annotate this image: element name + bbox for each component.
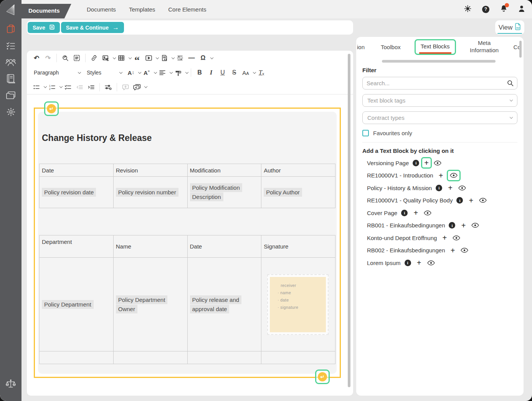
styles-dropdown[interactable]: Styles: [84, 67, 125, 78]
bold-icon[interactable]: B: [194, 67, 205, 78]
add-text-block-button[interactable]: +: [446, 183, 454, 193]
preview-text-block-button[interactable]: [427, 258, 435, 268]
block-quote-icon[interactable]: “: [131, 52, 143, 64]
return-insert-icon[interactable]: ↵: [47, 104, 56, 113]
insert-after-highlight[interactable]: ↵: [315, 370, 330, 384]
nav-templates[interactable]: Templates: [129, 6, 155, 13]
add-text-block-button[interactable]: +: [415, 258, 423, 268]
add-text-block-button[interactable]: +: [459, 220, 467, 230]
notifications-bell-icon[interactable]: [500, 5, 507, 14]
placeholder-chip[interactable]: Policy Modification Description: [190, 183, 242, 201]
tab-text-blocks[interactable]: Text Blocks: [415, 39, 456, 55]
add-text-block-button[interactable]: +: [421, 157, 432, 169]
contract-types-select[interactable]: Contract types: [362, 111, 517, 124]
find-replace-icon[interactable]: [59, 52, 71, 64]
tab-toolbox[interactable]: Toolbox: [381, 44, 401, 50]
paragraph-format-dropdown[interactable]: Paragraph: [31, 67, 84, 78]
nav-documents[interactable]: Documents: [87, 6, 116, 13]
document-canvas[interactable]: ↵ ↵ Change History & Release Date Revisi…: [27, 94, 353, 381]
text-block-item[interactable]: RE10000V1 - Introduction+: [362, 169, 517, 182]
placeholder-chip[interactable]: Policy revision date: [42, 188, 96, 197]
strikethrough-icon[interactable]: S: [228, 67, 240, 78]
text-block-item[interactable]: Lorem Ipsumi+: [362, 257, 517, 269]
tab-meta-information[interactable]: Meta Information: [464, 40, 504, 54]
return-insert-icon[interactable]: ↵: [318, 372, 327, 381]
signature-placeholder-box[interactable]: receiver name date signature: [267, 274, 329, 335]
text-block-content[interactable]: Change History & Release Date Revision M…: [38, 112, 337, 374]
undo-icon[interactable]: ↶: [31, 52, 42, 64]
view-pdf-button[interactable]: View PDF: [495, 20, 524, 35]
placeholder-chip[interactable]: Policy revision number: [116, 188, 178, 197]
sidebar-item-settings[interactable]: [4, 107, 18, 116]
add-text-block-button[interactable]: +: [467, 196, 475, 205]
placeholder-chip[interactable]: Policy Author: [264, 188, 302, 197]
text-block-item[interactable]: Policy - History & Missioni+: [362, 182, 517, 194]
preview-text-block-button[interactable]: [458, 183, 466, 193]
tab-clipped-left[interactable]: ion: [357, 44, 365, 50]
redo-icon[interactable]: ↷: [42, 52, 54, 64]
editor-scrollbar[interactable]: [348, 54, 350, 387]
favourites-only-checkbox[interactable]: [362, 130, 369, 136]
add-text-block-button[interactable]: +: [449, 245, 456, 255]
comments-icon[interactable]: [131, 81, 143, 93]
chevron-down-icon[interactable]: [185, 70, 188, 73]
preview-text-block-button[interactable]: [434, 158, 441, 168]
add-comment-icon[interactable]: [120, 81, 131, 93]
italic-icon[interactable]: I: [205, 67, 217, 78]
indent-icon[interactable]: [85, 81, 97, 93]
change-history-table[interactable]: Date Revision Modification Author Policy…: [39, 164, 335, 208]
add-text-block-button[interactable]: +: [437, 171, 445, 181]
active-module-tab[interactable]: Documents: [21, 4, 71, 18]
outdent-icon[interactable]: [74, 81, 85, 93]
info-icon[interactable]: i: [449, 222, 455, 229]
preview-text-block-button[interactable]: [461, 245, 468, 255]
insert-media-icon[interactable]: [143, 52, 154, 64]
text-block-item[interactable]: RB001 - Einkaufsbedingungeni+: [362, 219, 517, 232]
font-size-icon[interactable]: A≡: [141, 67, 152, 78]
line-height-icon[interactable]: A↕: [125, 67, 137, 78]
search-input[interactable]: [362, 77, 517, 89]
text-block-item[interactable]: RE10000V1 - Quality Policy Bodyi+: [362, 194, 517, 207]
save-and-continue-button[interactable]: Save & Continue →: [61, 22, 124, 33]
chevron-down-icon[interactable]: [144, 85, 147, 88]
sidebar-item-documents[interactable]: [4, 25, 18, 34]
link-icon[interactable]: [88, 52, 100, 64]
sidebar-item-folders[interactable]: [4, 91, 18, 100]
placeholder-chip[interactable]: Policy release and approval date: [190, 295, 242, 313]
special-character-icon[interactable]: Ω: [197, 52, 209, 64]
search-icon[interactable]: [507, 80, 514, 88]
page-break-icon[interactable]: [174, 52, 186, 64]
text-block-item[interactable]: Versioning Pagei+: [362, 157, 517, 169]
info-icon[interactable]: i: [456, 197, 463, 204]
todo-list-icon[interactable]: [62, 81, 74, 93]
placeholder-chip[interactable]: Policy Department: [42, 300, 94, 309]
app-logo[interactable]: [4, 3, 18, 18]
numbered-list-icon[interactable]: 12: [46, 81, 58, 93]
sidebar-item-library[interactable]: [4, 74, 18, 83]
nav-core-elements[interactable]: Core Elements: [168, 6, 206, 13]
info-icon[interactable]: i: [413, 160, 419, 166]
chevron-down-icon[interactable]: [210, 56, 213, 59]
horizontal-line-icon[interactable]: —: [186, 52, 197, 64]
bulleted-list-icon[interactable]: [31, 81, 42, 93]
insert-table-icon[interactable]: [116, 52, 127, 64]
user-profile-icon[interactable]: [518, 5, 525, 14]
panel-scrollbar[interactable]: [519, 41, 522, 58]
save-button[interactable]: Save: [28, 22, 60, 33]
placeholder-chip[interactable]: Policy Department Owner: [116, 295, 168, 313]
text-case-icon[interactable]: Aᴀ: [240, 67, 251, 78]
tabs-horizontal-scrollbar[interactable]: [382, 60, 496, 63]
text-block-item[interactable]: Cover Pagei+: [362, 207, 517, 219]
filter-settings-icon[interactable]: [102, 81, 114, 93]
insert-before-highlight[interactable]: ↵: [44, 101, 59, 116]
selected-text-block[interactable]: ↵ ↵ Change History & Release Date Revisi…: [34, 108, 341, 378]
sidebar-item-checklist[interactable]: [4, 41, 18, 50]
add-text-block-button[interactable]: +: [441, 233, 448, 243]
text-block-item[interactable]: RB002 - Einkaufsbedingungen+: [362, 244, 517, 257]
preview-text-block-button[interactable]: [453, 233, 460, 243]
add-text-block-button[interactable]: +: [412, 208, 420, 218]
insert-image-icon[interactable]: [100, 52, 111, 64]
approval-table[interactable]: Department Name Date Signature Policy De…: [39, 235, 335, 364]
preview-text-block-button[interactable]: [471, 220, 479, 230]
theme-brightness-icon[interactable]: [464, 5, 471, 14]
